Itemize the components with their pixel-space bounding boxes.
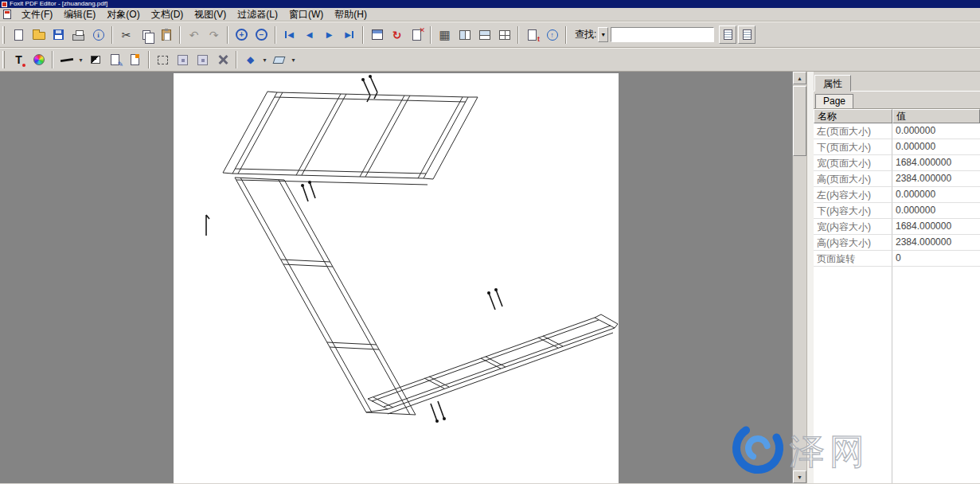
toolbar-separator — [52, 51, 53, 68]
line-tool-button[interactable] — [57, 50, 76, 70]
menu-item-object[interactable]: 对象(O) — [101, 8, 145, 21]
split-horizontal-button[interactable] — [455, 25, 474, 45]
open-button[interactable] — [29, 25, 49, 45]
zoom-in-button[interactable]: + — [232, 25, 252, 45]
property-value[interactable]: 1684.000000 — [892, 219, 980, 235]
property-value[interactable]: 0 — [892, 251, 980, 267]
text-tool-button[interactable]: T — [9, 50, 29, 70]
transform-icon — [197, 55, 208, 65]
pattern-button[interactable]: ▦ — [435, 25, 455, 45]
toolbar-separator — [517, 26, 519, 44]
save-button[interactable] — [49, 25, 68, 45]
fill-swatch-icon — [91, 56, 100, 64]
color-wheel-button[interactable] — [29, 50, 49, 70]
path-tool-button[interactable] — [269, 50, 289, 70]
toolbar-separator — [430, 26, 431, 44]
menu-item-file[interactable]: 文件(F) — [16, 8, 58, 21]
menu-item-document[interactable]: 文档(D) — [146, 8, 189, 21]
find-doc-button[interactable] — [719, 25, 736, 44]
text-export-button[interactable]: t — [522, 25, 542, 45]
paste-clipboard-icon — [162, 29, 171, 41]
find-dropdown-button[interactable]: ▾ — [598, 27, 608, 42]
first-page-button[interactable]: ◀ — [279, 25, 299, 45]
menu-item-filter[interactable]: 过滤器(L) — [232, 8, 283, 21]
info-button[interactable]: i — [88, 25, 108, 45]
property-value[interactable]: 2384.000000 — [892, 235, 980, 251]
property-value[interactable]: 1684.000000 — [892, 155, 980, 171]
canvas[interactable] — [0, 72, 792, 483]
toolbar-grip[interactable] — [2, 26, 5, 44]
zoom-out-icon: − — [256, 29, 267, 41]
table-row: 左(内容大小)0.000000 — [814, 187, 980, 203]
printer-icon — [72, 34, 84, 41]
filler-name-column — [814, 267, 892, 483]
swatch-button[interactable]: ◆ — [240, 50, 260, 70]
vertical-scrollbar[interactable]: ▲ ▼ — [792, 72, 806, 483]
table-row: 下(内容大小)0.000000 — [814, 203, 980, 219]
open-folder-icon — [33, 32, 45, 40]
menu-item-edit[interactable]: 编辑(E) — [58, 8, 101, 21]
panel-splitter[interactable] — [806, 72, 814, 483]
zoom-out-button[interactable]: − — [252, 25, 271, 45]
page-thumbnails-button[interactable] — [367, 25, 387, 45]
print-button[interactable] — [68, 25, 88, 45]
toolbar-grip[interactable] — [2, 51, 5, 68]
scroll-down-button[interactable]: ▼ — [793, 470, 806, 483]
property-value[interactable]: 0.000000 — [892, 203, 980, 219]
swatch-dropdown[interactable]: ▾ — [260, 50, 269, 70]
toolbar-separator — [236, 51, 237, 68]
menu-item-help[interactable]: 帮助(H) — [329, 8, 373, 21]
transform-a-button[interactable] — [173, 50, 193, 70]
find-label: 查找: — [575, 28, 596, 41]
page-info-button[interactable]: ↑ — [542, 25, 562, 45]
app-icon — [2, 2, 7, 7]
undo-button[interactable]: ↶ — [184, 25, 204, 45]
arrow-up-icon: ▲ — [797, 76, 802, 81]
tab-page[interactable]: Page — [815, 94, 853, 108]
dashed-select-icon — [158, 56, 168, 64]
pencil-icon: ✎ — [117, 60, 123, 68]
prev-page-button[interactable]: ◀ — [299, 25, 319, 45]
path-tool-dropdown[interactable]: ▾ — [289, 50, 298, 70]
next-page-button[interactable]: ▶ — [319, 25, 339, 45]
panel-subtab-strip: Page — [814, 92, 980, 109]
split-four-pane-icon — [499, 30, 510, 40]
last-page-button[interactable]: ▶ — [339, 25, 359, 45]
menu-item-window[interactable]: 窗口(W) — [283, 8, 329, 21]
redo-button[interactable]: ↷ — [204, 25, 224, 45]
toolbar-separator — [362, 26, 364, 44]
new-document-button[interactable] — [9, 25, 29, 45]
copy-button[interactable] — [136, 25, 156, 45]
table-row: 页面旋转0 — [814, 251, 980, 267]
page-grid-icon — [372, 29, 383, 40]
snapshot-button[interactable] — [153, 50, 173, 70]
split-vertical-button[interactable] — [474, 25, 494, 45]
property-value[interactable]: 0.000000 — [892, 123, 980, 139]
table-row: 宽(页面大小)1684.000000 — [814, 155, 980, 171]
fill-tool-button[interactable] — [85, 50, 105, 70]
edit-object-button[interactable]: ✎ — [105, 50, 125, 70]
circle-arrow-icon: ↑ — [547, 29, 558, 41]
find-options-button[interactable] — [738, 25, 755, 44]
tools-button[interactable] — [213, 50, 232, 70]
scroll-up-button[interactable]: ▲ — [793, 72, 806, 84]
rotate-icon: ↻ — [392, 29, 402, 41]
line-tool-dropdown[interactable]: ▾ — [76, 50, 85, 70]
find-input[interactable] — [611, 27, 714, 42]
delete-page-button[interactable]: ✕ — [407, 25, 427, 45]
transform-b-button[interactable] — [193, 50, 213, 70]
edit-page-button[interactable] — [125, 50, 145, 70]
property-value[interactable]: 0.000000 — [892, 139, 980, 155]
rotate-page-button[interactable]: ↻ — [387, 25, 407, 45]
property-value[interactable]: 0.000000 — [892, 187, 980, 203]
split-quad-button[interactable] — [494, 25, 514, 45]
scrollbar-thumb[interactable] — [793, 86, 806, 156]
document-page[interactable] — [174, 73, 619, 483]
cut-button[interactable]: ✂ — [116, 25, 136, 45]
new-page-icon — [14, 29, 23, 41]
table-row: 宽(内容大小)1684.000000 — [814, 219, 980, 235]
property-value[interactable]: 2384.000000 — [892, 171, 980, 187]
paste-button[interactable] — [156, 25, 176, 45]
menu-item-view[interactable]: 视图(V) — [189, 8, 232, 21]
tab-properties[interactable]: 属性 — [814, 75, 851, 92]
